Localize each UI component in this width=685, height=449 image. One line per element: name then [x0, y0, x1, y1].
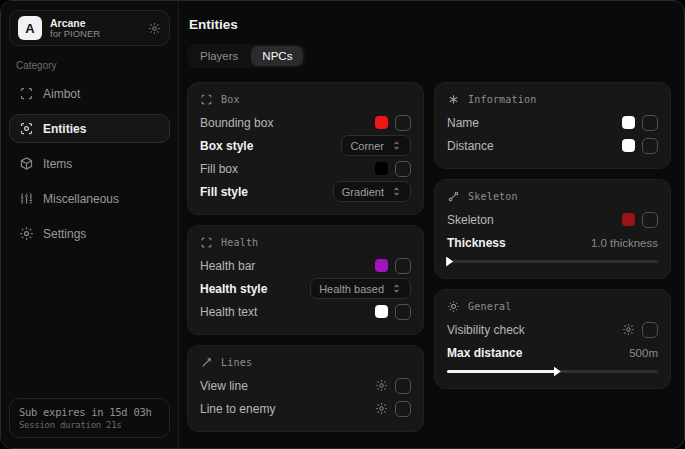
chevrons-up-down-icon	[391, 283, 402, 294]
scan-icon	[19, 86, 34, 101]
card-box: Box Bounding box Box style Corner	[187, 82, 424, 215]
health-text-checkbox[interactable]	[395, 304, 411, 320]
slider-thumb[interactable]	[446, 257, 453, 267]
thickness-value: 1.0 thickness	[591, 237, 658, 249]
setting-label: Thickness	[447, 236, 506, 250]
setting-row: Health text	[200, 300, 411, 323]
fill-style-dropdown[interactable]: Gradient	[333, 181, 411, 202]
dropdown-value: Gradient	[342, 186, 384, 198]
chevrons-up-down-icon	[391, 140, 402, 151]
slider-track	[447, 260, 658, 263]
card-lines: Lines View line Line to enemy	[187, 345, 424, 432]
corner-brackets-icon	[200, 236, 213, 249]
sidebar-item-settings[interactable]: Settings	[9, 219, 170, 248]
line-to-enemy-checkbox[interactable]	[395, 401, 411, 417]
setting-row: Skeleton	[447, 208, 658, 231]
sidebar-item-entities[interactable]: Entities	[9, 114, 170, 143]
setting-label: Fill box	[200, 162, 238, 176]
main-panel: Entities Players NPCs Box Bounding box	[179, 1, 684, 448]
setting-row: Thickness 1.0 thickness	[447, 231, 658, 254]
bounding-box-checkbox[interactable]	[395, 115, 411, 131]
setting-row: Distance	[447, 134, 658, 157]
bone-icon	[447, 190, 460, 203]
setting-label: Box style	[200, 139, 253, 153]
setting-label: View line	[200, 379, 248, 393]
gear-icon[interactable]	[622, 323, 635, 336]
setting-label: Bounding box	[200, 116, 273, 130]
setting-label: Name	[447, 116, 479, 130]
thickness-slider[interactable]	[447, 255, 658, 267]
gear-icon	[19, 226, 34, 241]
brand-card: A Arcane for PIONER	[9, 10, 170, 46]
setting-row: Max distance 500m	[447, 341, 658, 364]
card-title: Information	[468, 94, 536, 105]
name-checkbox[interactable]	[642, 115, 658, 131]
sidebar-item-aimbot[interactable]: Aimbot	[9, 79, 170, 108]
tab-bar: Players NPCs	[187, 44, 305, 68]
page-title: Entities	[189, 17, 671, 32]
sliders-icon	[19, 191, 34, 206]
slider-thumb[interactable]	[554, 367, 561, 377]
distance-checkbox[interactable]	[642, 138, 658, 154]
sidebar: A Arcane for PIONER Category Aimbot Enti…	[1, 1, 179, 448]
card-title: Box	[221, 94, 240, 105]
color-swatch[interactable]	[375, 162, 388, 175]
setting-row: Visibility check	[447, 318, 658, 341]
color-swatch[interactable]	[622, 116, 635, 129]
box-style-dropdown[interactable]: Corner	[341, 135, 411, 156]
tab-players[interactable]: Players	[189, 46, 249, 66]
corner-brackets-icon	[200, 93, 213, 106]
visibility-check-checkbox[interactable]	[642, 322, 658, 338]
sidebar-item-label: Miscellaneous	[43, 192, 119, 206]
setting-label: Health text	[200, 305, 257, 319]
setting-label: Line to enemy	[200, 402, 275, 416]
max-distance-slider[interactable]	[447, 365, 658, 377]
chevrons-up-down-icon	[391, 186, 402, 197]
sidebar-item-label: Aimbot	[43, 87, 80, 101]
color-swatch[interactable]	[375, 116, 388, 129]
card-general: General Visibility check Max distance	[434, 289, 671, 389]
diagonal-line-icon	[200, 356, 213, 369]
color-swatch[interactable]	[622, 213, 635, 226]
view-line-checkbox[interactable]	[395, 378, 411, 394]
dropdown-value: Health based	[319, 283, 384, 295]
session-duration-text: Session duration 21s	[19, 420, 160, 430]
health-style-dropdown[interactable]: Health based	[310, 278, 411, 299]
max-distance-value: 500m	[629, 347, 658, 359]
setting-row: Health bar	[200, 254, 411, 277]
setting-row: Bounding box	[200, 111, 411, 134]
fill-box-checkbox[interactable]	[395, 161, 411, 177]
app-subtitle: for PIONER	[50, 29, 140, 40]
setting-label: Skeleton	[447, 213, 494, 227]
setting-row: Fill style Gradient	[200, 180, 411, 203]
gear-icon[interactable]	[375, 402, 388, 415]
card-title: Skeleton	[468, 191, 518, 202]
setting-label: Health bar	[200, 259, 255, 273]
sidebar-item-items[interactable]: Items	[9, 149, 170, 178]
app-logo: A	[18, 16, 42, 40]
color-swatch[interactable]	[622, 139, 635, 152]
dropdown-value: Corner	[350, 140, 384, 152]
sidebar-item-label: Items	[43, 157, 72, 171]
tab-npcs[interactable]: NPCs	[251, 46, 303, 66]
slider-fill	[447, 370, 557, 373]
color-swatch[interactable]	[375, 305, 388, 318]
skeleton-checkbox[interactable]	[642, 212, 658, 228]
setting-row: Name	[447, 111, 658, 134]
sidebar-item-label: Entities	[43, 122, 86, 136]
sidebar-item-miscellaneous[interactable]: Miscellaneous	[9, 184, 170, 213]
setting-row: Fill box	[200, 157, 411, 180]
card-health: Health Health bar Health style Health ba…	[187, 225, 424, 335]
setting-label: Fill style	[200, 185, 248, 199]
setting-label: Max distance	[447, 346, 522, 360]
sub-expires-text: Sub expires in 15d 03h	[19, 406, 160, 418]
setting-label: Distance	[447, 139, 494, 153]
setting-label: Health style	[200, 282, 267, 296]
category-label: Category	[16, 60, 170, 71]
health-bar-checkbox[interactable]	[395, 258, 411, 274]
color-swatch[interactable]	[375, 259, 388, 272]
card-information: Information Name Distance	[434, 82, 671, 169]
gear-icon[interactable]	[375, 379, 388, 392]
gear-icon[interactable]	[148, 22, 161, 35]
card-title: Lines	[221, 357, 252, 368]
